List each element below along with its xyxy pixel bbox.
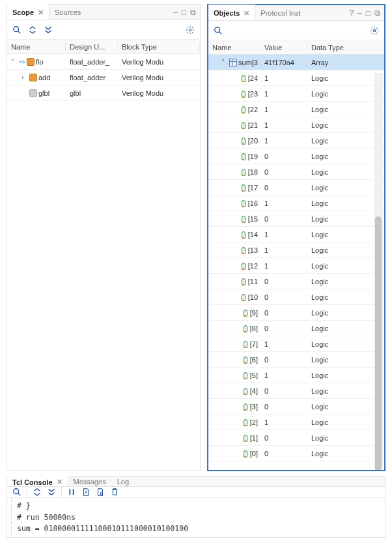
minimize-icon[interactable]: – bbox=[173, 8, 178, 17]
table-row[interactable]: › addfloat_adderVerilog Modu bbox=[7, 70, 200, 85]
expand-all-icon[interactable] bbox=[44, 25, 53, 35]
table-row[interactable]: [231Logic bbox=[208, 86, 384, 102]
tab-messages[interactable]: Messages bbox=[68, 477, 112, 486]
column-name[interactable]: Name bbox=[7, 43, 66, 51]
table-row[interactable]: [241Logic bbox=[208, 70, 384, 86]
chevron-down-icon[interactable]: ˅ bbox=[221, 59, 228, 66]
table-row[interactable]: [1]0Logic bbox=[208, 430, 384, 446]
gear-icon[interactable] bbox=[186, 25, 195, 35]
column-block-type[interactable]: Block Type bbox=[118, 43, 200, 51]
table-row[interactable]: [100Logic bbox=[208, 289, 384, 305]
table-row[interactable]: ˅ sum[341f170a4Array bbox=[208, 55, 384, 70]
popout-icon[interactable]: ⧉ bbox=[190, 8, 196, 17]
page-gear-icon[interactable] bbox=[96, 488, 105, 497]
table-row[interactable]: [2]1Logic bbox=[208, 415, 384, 430]
table-row[interactable]: [7]1Logic bbox=[208, 336, 384, 352]
column-design-unit[interactable]: Design U... bbox=[66, 43, 118, 51]
table-row[interactable]: [121Logic bbox=[208, 258, 384, 274]
column-data-type[interactable]: Data Type bbox=[307, 44, 384, 51]
chevron-down-icon[interactable]: ˅ bbox=[11, 58, 18, 65]
table-row[interactable]: [161Logic bbox=[208, 196, 384, 211]
svg-point-6 bbox=[14, 489, 19, 494]
expand-all-icon[interactable] bbox=[47, 488, 56, 497]
row-datatype: Logic bbox=[307, 278, 384, 285]
collapse-all-icon[interactable] bbox=[28, 25, 37, 35]
table-row[interactable]: [131Logic bbox=[208, 242, 384, 258]
scope-panel: Scope ✕ Sources – □ ⧉ bbox=[7, 4, 201, 471]
row-datatype: Logic bbox=[307, 340, 384, 348]
close-icon[interactable]: ✕ bbox=[38, 8, 44, 17]
popout-icon[interactable]: ⧉ bbox=[374, 8, 380, 18]
page-icon[interactable] bbox=[81, 488, 91, 497]
tab-protocol[interactable]: Protocol Inst bbox=[255, 5, 306, 20]
table-row[interactable]: [9]0Logic bbox=[208, 305, 384, 321]
help-icon[interactable]: ? bbox=[349, 8, 354, 18]
row-name: [17 bbox=[248, 184, 258, 192]
table-row[interactable]: [141Logic bbox=[208, 227, 384, 242]
array-icon bbox=[229, 59, 237, 66]
close-icon[interactable]: ✕ bbox=[244, 9, 249, 18]
maximize-icon[interactable]: □ bbox=[182, 8, 186, 17]
row-datatype: Logic bbox=[307, 450, 384, 458]
objects-panel: Objects ✕ Protocol Inst ? – □ ⧉ Name bbox=[207, 4, 385, 471]
row-name: [0] bbox=[250, 450, 258, 458]
maximize-icon[interactable]: □ bbox=[366, 8, 371, 18]
table-row[interactable]: [221Logic bbox=[208, 102, 384, 117]
column-value[interactable]: Value bbox=[260, 44, 307, 51]
table-row[interactable]: [190Logic bbox=[208, 149, 384, 164]
table-row[interactable]: ˅⇨ flofloat_adder_Verilog Modu bbox=[7, 54, 200, 70]
table-row[interactable]: [150Logic bbox=[208, 211, 384, 227]
row-block-type: Verilog Modu bbox=[118, 89, 200, 97]
tab-sources[interactable]: Sources bbox=[49, 5, 87, 20]
row-value: 1 bbox=[260, 121, 307, 129]
tab-objects[interactable]: Objects ✕ bbox=[208, 5, 255, 20]
table-row[interactable]: [211Logic bbox=[208, 117, 384, 133]
table-row[interactable]: [6]0Logic bbox=[208, 352, 384, 368]
table-row[interactable]: glblglblVerilog Modu bbox=[7, 85, 200, 101]
table-row[interactable]: [0]0Logic bbox=[208, 446, 384, 461]
console-output[interactable]: # } # run 50000ns sum = 0100000111110001… bbox=[11, 498, 385, 537]
close-icon[interactable]: ✕ bbox=[57, 478, 63, 486]
table-row[interactable]: [5]1Logic bbox=[208, 368, 384, 383]
row-name: [14 bbox=[248, 231, 258, 239]
collapse-all-icon[interactable] bbox=[33, 488, 42, 497]
tab-log[interactable]: Log bbox=[112, 477, 135, 486]
row-value: 1 bbox=[260, 137, 307, 145]
console-toolbar bbox=[7, 487, 385, 498]
row-value: 0 bbox=[260, 309, 307, 317]
table-row[interactable]: [8]0Logic bbox=[208, 321, 384, 336]
tab-tcl-console[interactable]: Tcl Console ✕ bbox=[7, 476, 68, 486]
signal-icon bbox=[242, 403, 249, 411]
trash-icon[interactable] bbox=[110, 488, 119, 497]
row-name: [5] bbox=[250, 371, 258, 379]
search-icon[interactable] bbox=[214, 26, 223, 35]
search-icon[interactable] bbox=[12, 488, 21, 497]
scope-tabstrip: Scope ✕ Sources – □ ⧉ bbox=[7, 5, 200, 20]
pause-icon[interactable] bbox=[67, 488, 76, 497]
table-row[interactable]: [170Logic bbox=[208, 180, 384, 196]
table-row[interactable]: [180Logic bbox=[208, 164, 384, 180]
scrollbar-thumb[interactable] bbox=[375, 216, 382, 470]
table-row[interactable]: [201Logic bbox=[208, 133, 384, 149]
gear-icon[interactable] bbox=[370, 26, 379, 35]
table-row[interactable]: [4]0Logic bbox=[208, 383, 384, 399]
search-icon[interactable] bbox=[12, 25, 21, 35]
minimize-icon[interactable]: – bbox=[357, 8, 362, 18]
scrollbar[interactable] bbox=[374, 73, 383, 467]
signal-icon bbox=[240, 184, 247, 192]
module-icon bbox=[29, 89, 37, 97]
goto-icon[interactable]: ⇨ bbox=[19, 57, 25, 66]
row-datatype: Logic bbox=[307, 184, 384, 192]
table-row[interactable]: [3]0Logic bbox=[208, 399, 384, 415]
row-design-unit: glbl bbox=[66, 89, 118, 97]
tab-scope[interactable]: Scope ✕ bbox=[7, 4, 49, 20]
signal-icon bbox=[240, 278, 247, 285]
row-name: [24 bbox=[248, 74, 258, 82]
chevron-right-icon[interactable]: › bbox=[21, 74, 28, 81]
table-row[interactable]: [110Logic bbox=[208, 274, 384, 289]
row-datatype: Logic bbox=[307, 74, 384, 82]
row-datatype: Logic bbox=[307, 371, 384, 379]
row-name: [21 bbox=[248, 121, 258, 129]
row-datatype: Logic bbox=[307, 215, 384, 223]
column-name[interactable]: Name bbox=[208, 44, 260, 51]
